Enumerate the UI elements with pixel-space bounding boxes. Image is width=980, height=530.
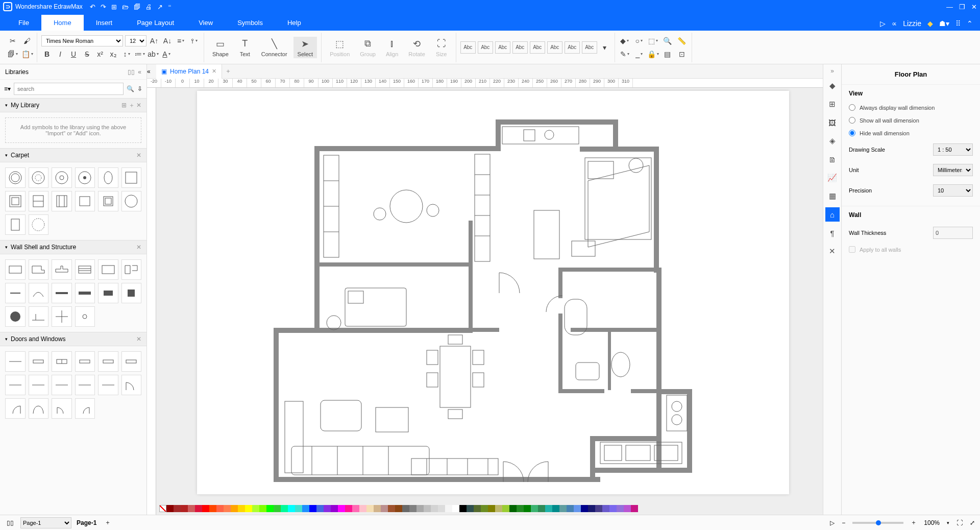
symbol[interactable] [5,351,26,372]
premium-icon[interactable]: ◆ [927,19,933,28]
chart-panel-icon[interactable]: 📈 [825,171,840,185]
ruler-icon[interactable]: 📏 [676,35,688,46]
zoom-value[interactable]: 100% [924,519,940,526]
symbol[interactable] [121,191,142,211]
text-tool[interactable]: TText [235,37,255,58]
symbol[interactable] [75,351,95,372]
position-tool[interactable]: ⬚Position [326,37,354,58]
add-tab-icon[interactable]: ＋ [225,67,231,76]
align-h-icon[interactable]: ≡ [175,35,186,46]
style-1[interactable]: Abc [460,41,476,54]
gift-icon[interactable]: ☗▾ [939,19,949,28]
image-panel-icon[interactable]: 🖼 [825,115,840,130]
symbol[interactable] [29,214,49,235]
lib-collapse-icon[interactable]: « [138,68,141,76]
collapse-ribbon-icon[interactable]: ⌃ [967,19,973,28]
symbol[interactable] [5,283,26,303]
canvas[interactable] [156,88,823,530]
para-panel-icon[interactable]: ¶ [825,226,840,240]
section-carpet[interactable]: Carpet✕ [0,148,146,162]
symbol[interactable] [75,398,95,419]
bold-icon[interactable]: B [41,49,53,60]
floorplan-drawing[interactable] [263,119,815,492]
shape-tool[interactable]: ▭Shape [208,37,233,58]
symbol[interactable] [75,191,95,211]
transform-panel-icon[interactable]: ✕ [825,244,840,258]
user-name[interactable]: Lizzie [903,19,921,28]
font-select[interactable]: Times New Roman [41,35,123,46]
expand-right-icon[interactable]: » [830,67,834,75]
symbol[interactable] [52,167,72,188]
symbol[interactable] [29,259,49,280]
new-icon[interactable]: ⊞ [111,3,117,11]
paste-icon[interactable]: 📋 [21,49,33,60]
close-tab-icon[interactable]: ✕ [212,68,216,75]
layers-icon[interactable]: ▤ [662,49,673,60]
tab-page-layout[interactable]: Page Layout [125,15,186,31]
char-spacing-icon[interactable]: ab [148,49,159,60]
apply-all-checkbox[interactable]: Apply to all walls [849,243,973,256]
format-painter-icon[interactable]: 🖌 [21,35,33,46]
line-icon[interactable]: ✎ [619,49,630,60]
tab-help[interactable]: Help [275,15,313,31]
page-name[interactable]: Page-1 [77,519,96,526]
symbol[interactable] [29,351,49,372]
font-color-icon[interactable]: A [161,49,172,60]
notify-icon[interactable]: ▷ [880,19,886,28]
grid-panel-icon[interactable]: ⊞ [825,97,840,111]
unit-select[interactable]: Millimeters [933,164,973,176]
symbol[interactable] [29,306,49,327]
add-page-icon[interactable]: ＋ [103,518,113,528]
fullscreen-icon[interactable]: ⤢ [970,519,975,526]
symbol[interactable] [5,259,26,280]
section-my-library[interactable]: My Library ⊞ ＋ ✕ [0,98,146,112]
symbol[interactable] [29,191,49,211]
style-4[interactable]: Abc [512,41,528,54]
dash-icon[interactable]: ⎯ [633,49,645,60]
style-2[interactable]: Abc [478,41,493,54]
align-v-icon[interactable]: ⫯ [188,35,200,46]
italic-icon[interactable]: I [55,49,66,60]
radio-always[interactable]: Always display wall dimension [849,101,973,114]
tab-file[interactable]: File [6,15,41,31]
cut-icon[interactable]: ✂ [7,35,18,46]
tab-home[interactable]: Home [41,15,84,31]
symbol[interactable] [29,398,49,419]
floorplan-panel-icon[interactable]: ⌂ [825,207,840,222]
print-icon[interactable]: 🖨 [145,3,152,11]
table-panel-icon[interactable]: ▦ [825,189,840,203]
fill-icon[interactable]: ◆ [619,35,630,46]
symbol[interactable] [121,375,142,395]
symbol[interactable] [29,167,49,188]
symbol[interactable] [5,398,26,419]
symbol[interactable] [5,191,26,211]
undo-icon[interactable]: ↶ [90,3,95,11]
strike-icon[interactable]: S̶ [81,49,92,60]
symbol[interactable] [52,259,72,280]
spacing-icon[interactable]: ↕ [121,49,132,60]
redo-icon[interactable]: ↷ [101,3,106,11]
symbol[interactable] [75,375,95,395]
lock-icon[interactable]: 🔒 [648,49,659,60]
symbol[interactable] [29,375,49,395]
minimize-icon[interactable]: — [946,3,953,11]
focus-icon[interactable]: ⊡ [676,49,688,60]
qat-more-icon[interactable]: ⁼ [168,3,172,11]
connector-tool[interactable]: ╲Connector [257,37,291,58]
fill-panel-icon[interactable]: ◆ [825,79,840,93]
radio-show[interactable]: Show all wall dimension [849,114,973,127]
symbol[interactable] [121,283,142,303]
align-tool[interactable]: ⫿Align [382,37,402,58]
find-icon[interactable]: 🔍 [662,35,673,46]
shape-ops-icon[interactable]: ○ [633,35,645,46]
underline-icon[interactable]: U [68,49,79,60]
symbol[interactable] [29,283,49,303]
style-8[interactable]: Abc [582,41,597,54]
symbol[interactable] [52,283,72,303]
tab-insert[interactable]: Insert [84,15,125,31]
sub-icon[interactable]: x₂ [108,49,119,60]
style-7[interactable]: Abc [565,41,580,54]
style-5[interactable]: Abc [530,41,545,54]
zoom-out-icon[interactable]: − [842,519,845,526]
close-icon[interactable]: ✕ [971,3,977,11]
